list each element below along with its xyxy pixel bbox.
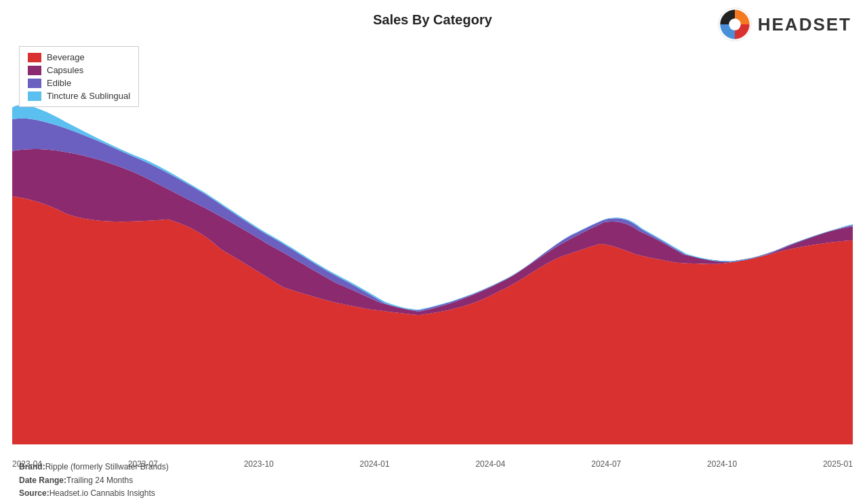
svg-point-1 [729, 18, 740, 30]
legend-swatch-capsules [28, 66, 41, 75]
legend-item-tincture: Tincture & Sublingual [28, 91, 130, 101]
footer-brand-value: Ripple (formerly Stillwater Brands) [45, 462, 169, 471]
footer-source-value: Headset.io Cannabis Insights [49, 488, 155, 498]
footer-source: Source:Headset.io Cannabis Insights [19, 487, 169, 500]
legend: Beverage Capsules Edible Tincture & Subl… [19, 46, 139, 107]
legend-item-capsules: Capsules [28, 65, 130, 75]
chart-container: HEADSET Sales By Category Beverage Capsu… [0, 0, 865, 504]
logo-area: HEADSET [717, 7, 851, 42]
footer-info: Brand:Ripple (formerly Stillwater Brands… [19, 461, 169, 500]
x-label-7: 2025-01 [823, 459, 853, 469]
headset-logo-icon [717, 7, 752, 42]
footer-brand: Brand:Ripple (formerly Stillwater Brands… [19, 461, 169, 474]
legend-label-capsules: Capsules [47, 65, 83, 75]
legend-label-edible: Edible [47, 78, 71, 88]
footer-source-label: Source: [19, 488, 49, 498]
x-label-4: 2024-04 [475, 459, 505, 469]
x-label-2: 2023-10 [244, 459, 274, 469]
legend-label-beverage: Beverage [47, 52, 85, 62]
logo-text: HEADSET [758, 14, 851, 35]
footer-date-value: Trailing 24 Months [66, 476, 133, 485]
x-label-5: 2024-07 [591, 459, 621, 469]
footer-brand-label: Brand: [19, 462, 45, 471]
legend-swatch-edible [28, 79, 41, 88]
footer-date-label: Date Range: [19, 476, 66, 485]
legend-item-edible: Edible [28, 78, 130, 88]
footer-date: Date Range:Trailing 24 Months [19, 474, 169, 487]
legend-item-beverage: Beverage [28, 52, 130, 62]
x-label-3: 2024-01 [360, 459, 390, 469]
legend-swatch-beverage [28, 53, 41, 62]
legend-swatch-tincture [28, 91, 41, 101]
legend-label-tincture: Tincture & Sublingual [47, 91, 130, 101]
x-label-6: 2024-10 [707, 459, 737, 469]
